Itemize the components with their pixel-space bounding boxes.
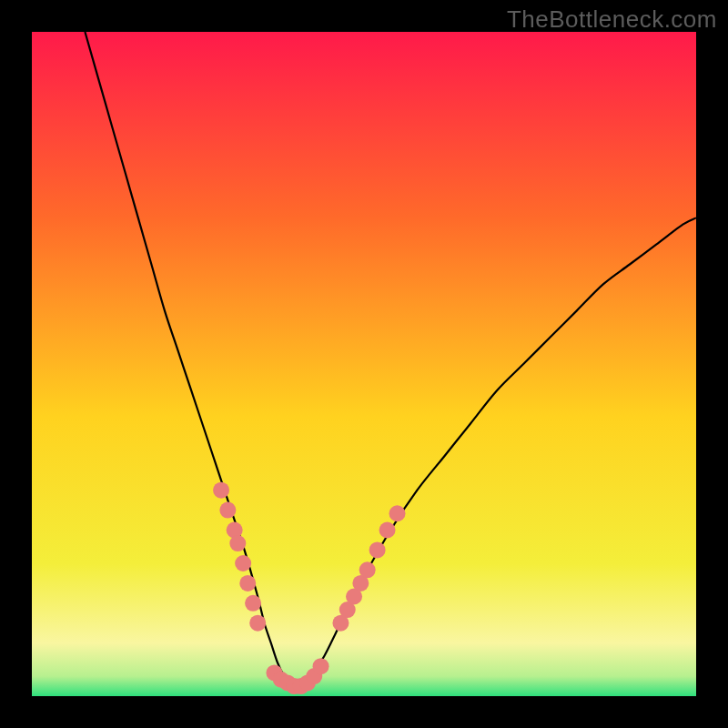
marker-dot [235, 555, 251, 571]
marker-dot [245, 595, 261, 612]
chart-frame: TheBottleneck.com [0, 0, 728, 728]
marker-dot [229, 535, 246, 551]
marker-dot [359, 561, 376, 578]
marker-dot [379, 522, 396, 539]
marker-dot [239, 575, 256, 592]
gradient-background [32, 32, 696, 696]
marker-dot [369, 541, 386, 558]
plot-svg [32, 32, 696, 696]
watermark-text: TheBottleneck.com [507, 5, 717, 34]
marker-dot [389, 505, 406, 521]
marker-dot [249, 615, 266, 632]
plot-area [32, 32, 696, 696]
marker-dot [213, 482, 229, 499]
marker-dot [219, 502, 236, 519]
marker-dot [313, 658, 329, 674]
